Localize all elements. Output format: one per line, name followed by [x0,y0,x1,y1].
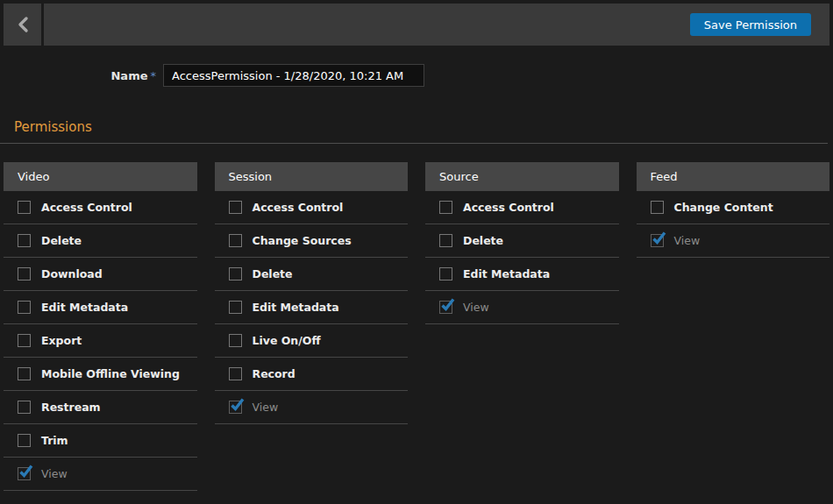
name-input[interactable] [163,64,424,87]
checkbox-edit-metadata[interactable] [439,267,452,280]
permission-row: Edit Metadata [425,258,619,291]
permission-label: Change Sources [253,234,352,247]
checkbox-restream[interactable] [18,401,31,414]
permission-label: Record [253,367,295,380]
name-field-row: Name* [0,64,833,87]
checkbox-download[interactable] [18,267,31,280]
checkbox-view[interactable] [18,467,31,480]
checkbox-edit-metadata[interactable] [229,301,242,314]
checkbox-change-sources[interactable] [229,234,242,247]
check-icon [651,231,667,247]
permission-row: View [215,391,409,424]
permission-label: Delete [463,234,503,247]
permission-row: Access Control [4,191,197,224]
permission-label: Download [41,267,103,280]
permission-row: Access Control [425,191,619,224]
column-title: Feed [651,170,678,183]
checkbox-delete[interactable] [229,267,242,280]
checkbox-live-on-off[interactable] [229,334,242,347]
permission-column: Session Access Control Change Sources De… [215,162,409,491]
section-divider [0,143,828,144]
checkbox-access-control[interactable] [439,201,452,214]
permission-column: Feed Change Content View [637,162,830,491]
permission-row: Delete [4,224,197,258]
permission-row: Delete [215,258,409,291]
permission-row: Edit Metadata [215,291,409,324]
permission-label: View [674,234,701,247]
name-label: Name* [0,69,156,82]
checkbox-view[interactable] [439,301,452,314]
required-asterisk: * [151,69,157,82]
checkbox-record[interactable] [229,367,242,380]
column-header: Source [425,162,619,191]
checkbox-access-control[interactable] [18,201,31,214]
permission-row: Access Control [215,191,409,224]
checkbox-view[interactable] [651,234,664,247]
permission-label: Change Content [674,201,773,214]
permission-label: Restream [41,401,101,414]
checkbox-change-content[interactable] [651,201,664,214]
permission-columns: Video Access Control Delete Download [4,162,829,491]
permission-label: Edit Metadata [253,301,339,314]
column-header: Session [215,162,409,191]
permission-label: Access Control [253,201,344,214]
permission-row: Trim [4,424,197,458]
permission-label: View [41,467,68,480]
checkbox-delete[interactable] [18,234,31,247]
column-body: Change Content View [637,191,830,258]
column-title: Video [18,170,49,183]
permission-row: View [637,224,830,258]
column-body: Access Control Delete Edit Metadata View [425,191,619,324]
permission-row: Change Sources [215,224,409,258]
column-header: Feed [637,162,830,191]
top-bar: Save Permission [4,4,829,46]
permission-label: Access Control [41,201,132,214]
permission-column: Source Access Control Delete Edit Metada… [425,162,619,491]
permission-label: Edit Metadata [41,301,128,314]
permission-label: Live On/Off [253,334,321,347]
permission-row: View [4,458,197,491]
save-permission-button[interactable]: Save Permission [690,13,811,36]
permission-label: Export [41,334,82,347]
column-title: Session [229,170,273,183]
permission-row: Export [4,324,197,358]
permission-row: Restream [4,391,197,424]
permission-row: Live On/Off [215,324,409,358]
permission-row: Edit Metadata [4,291,197,324]
check-icon [439,297,456,314]
checkbox-access-control[interactable] [229,201,242,214]
checkbox-delete[interactable] [439,234,452,247]
permission-label: Trim [41,434,68,447]
permission-row: Delete [425,224,619,258]
permission-row: Mobile Offline Viewing [4,358,197,391]
checkbox-view[interactable] [229,401,242,414]
check-icon [18,464,34,480]
checkbox-edit-metadata[interactable] [18,301,31,314]
permissions-section-title: Permissions [14,119,833,135]
checkbox-mobile-offline-viewing[interactable] [18,367,31,380]
column-header: Video [4,162,197,191]
permission-row: Change Content [637,191,830,224]
permission-column: Video Access Control Delete Download [4,162,197,491]
name-label-text: Name [110,69,147,82]
permission-label: Delete [41,234,82,247]
permission-label: Delete [253,267,293,280]
column-body: Access Control Delete Download Edit Meta… [4,191,197,491]
column-title: Source [439,170,479,183]
permission-label: View [253,401,279,414]
back-button[interactable] [4,4,41,46]
permission-label: Edit Metadata [463,267,550,280]
permission-label: Access Control [463,201,554,214]
check-icon [229,397,246,414]
permission-row: Download [4,258,197,291]
checkbox-trim[interactable] [18,434,31,447]
checkbox-export[interactable] [18,334,31,347]
top-bar-main: Save Permission [44,4,829,46]
permission-label: Mobile Offline Viewing [41,367,180,380]
permission-label: View [463,301,489,314]
chevron-left-icon [17,16,29,33]
column-body: Access Control Change Sources Delete Edi… [215,191,409,424]
permission-row: View [425,291,619,324]
permission-row: Record [215,358,409,391]
